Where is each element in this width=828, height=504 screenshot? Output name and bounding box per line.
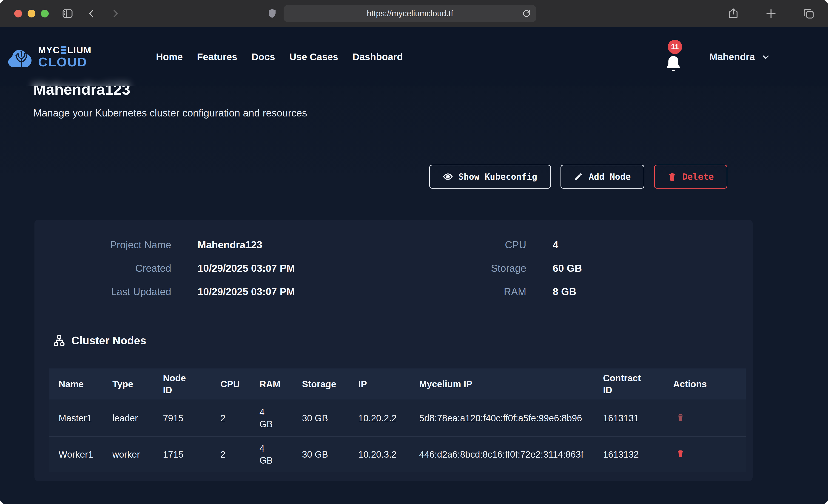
column-header-storage: Storage	[296, 369, 353, 400]
logo-e-bars-icon	[61, 46, 67, 54]
forward-icon[interactable]	[110, 8, 120, 19]
zoom-window-button[interactable]	[41, 10, 49, 17]
page-content: Mahendra123 Manage your Kubernetes clust…	[0, 27, 828, 504]
info-label: Created	[49, 262, 171, 274]
reload-icon[interactable]	[522, 9, 531, 18]
new-tab-icon[interactable]	[765, 8, 777, 19]
cell-actions	[668, 400, 746, 436]
browser-window: https://myceliumcloud.tf Mahendra123 Man…	[0, 0, 828, 504]
info-value: 10/29/2025 03:07 PM	[198, 262, 295, 274]
browser-chrome: https://myceliumcloud.tf	[0, 0, 828, 27]
notifications-button[interactable]: 11	[662, 40, 684, 74]
info-value: 10/29/2025 03:07 PM	[198, 286, 295, 297]
cluster-nodes-icon	[53, 334, 66, 347]
cluster-nodes-table: Name Type Node ID CPU RAM Storage IP Myc…	[49, 369, 746, 472]
project-info: Project Name Mahendra123 Created 10/29/2…	[49, 239, 746, 309]
cluster-actions: Show Kubeconfig Add Node Delete	[429, 165, 727, 188]
bell-icon	[664, 53, 683, 74]
cell-ip: 10.20.3.2	[353, 436, 414, 472]
table-header-row: Name Type Node ID CPU RAM Storage IP Myc…	[49, 369, 746, 400]
cell-ram: 4 GB	[254, 400, 296, 436]
logo-myc: MYC	[38, 45, 60, 55]
tab-overview-icon[interactable]	[803, 8, 815, 19]
nav-item-features[interactable]: Features	[197, 51, 237, 62]
column-header-contract-id: Contract ID	[597, 369, 668, 400]
delete-node-button[interactable]	[676, 449, 685, 458]
cell-actions	[668, 436, 746, 472]
cell-type: worker	[107, 436, 157, 472]
column-header-node-id: Node ID	[157, 369, 215, 400]
notification-badge: 11	[668, 40, 682, 54]
add-node-label: Add Node	[589, 172, 631, 182]
show-kubeconfig-label: Show Kubeconfig	[458, 172, 537, 182]
cluster-details-card: Project Name Mahendra123 Created 10/29/2…	[35, 220, 753, 481]
cell-node-id: 1715	[157, 436, 215, 472]
info-value: 60 GB	[553, 262, 582, 274]
table-row: Worker1 worker 1715 2 4 GB 30 GB 10.20.3…	[49, 436, 746, 472]
info-row: Created 10/29/2025 03:07 PM	[49, 262, 398, 274]
logo-lium: LIUM	[67, 45, 92, 55]
eye-icon	[443, 172, 453, 182]
user-menu[interactable]: Mahendra	[709, 51, 771, 62]
column-header-mycelium-ip: Mycelium IP	[414, 369, 597, 400]
cell-ram: 4 GB	[254, 436, 296, 472]
info-row: Project Name Mahendra123	[49, 239, 398, 251]
nav-item-home[interactable]: Home	[156, 51, 183, 62]
cell-cpu: 2	[215, 436, 254, 472]
nav-item-dashboard[interactable]: Dashboard	[353, 51, 403, 62]
pencil-icon	[574, 172, 583, 181]
cluster-nodes-title: Cluster Nodes	[72, 334, 146, 347]
column-header-type: Type	[107, 369, 157, 400]
delete-cluster-button[interactable]: Delete	[654, 165, 727, 188]
cell-name: Worker1	[49, 436, 107, 472]
info-value: 4	[553, 239, 558, 251]
site-viewport: Mahendra123 Manage your Kubernetes clust…	[0, 27, 828, 504]
trash-icon	[668, 172, 677, 181]
sidebar-toggle-icon[interactable]	[61, 8, 74, 19]
mycelium-cloud-logo[interactable]: MYC LIUM CLOUD	[8, 45, 92, 69]
cell-name: Master1	[49, 400, 107, 436]
trash-icon	[676, 449, 685, 458]
info-row: Last Updated 10/29/2025 03:07 PM	[49, 286, 398, 297]
info-label: Project Name	[49, 239, 171, 251]
privacy-shield-icon	[266, 8, 278, 19]
cell-contract-id: 1613131	[597, 400, 668, 436]
cell-contract-id: 1613132	[597, 436, 668, 472]
info-value: Mahendra123	[198, 239, 262, 251]
delete-label: Delete	[682, 172, 714, 182]
page-subtitle: Manage your Kubernetes cluster configura…	[33, 107, 307, 119]
delete-node-button[interactable]	[676, 413, 685, 422]
info-label: RAM	[398, 286, 526, 297]
share-icon[interactable]	[727, 8, 739, 19]
close-window-button[interactable]	[14, 10, 22, 17]
address-bar[interactable]: https://myceliumcloud.tf	[284, 5, 536, 22]
chevron-down-icon	[761, 52, 771, 62]
info-label: Storage	[398, 262, 526, 274]
blurred-title-ghost: Mahendra123	[33, 80, 130, 86]
user-name: Mahendra	[709, 51, 755, 62]
back-icon[interactable]	[86, 8, 97, 19]
trash-icon	[676, 413, 685, 421]
logo-cloud: CLOUD	[38, 55, 92, 69]
add-node-button[interactable]: Add Node	[561, 165, 645, 188]
info-row: Storage 60 GB	[398, 262, 746, 274]
table-row: Master1 leader 7915 2 4 GB 30 GB 10.20.2…	[49, 400, 746, 436]
traffic-lights	[14, 10, 49, 17]
column-header-ip: IP	[353, 369, 414, 400]
cell-storage: 30 GB	[296, 400, 353, 436]
show-kubeconfig-button[interactable]: Show Kubeconfig	[429, 165, 551, 188]
cluster-nodes-header: Cluster Nodes	[53, 334, 746, 347]
nav-links: Home Features Docs Use Cases Dashboard	[156, 51, 403, 62]
info-value: 8 GB	[553, 286, 576, 297]
cell-cpu: 2	[215, 400, 254, 436]
url-text: https://myceliumcloud.tf	[367, 9, 453, 18]
logo-text: MYC LIUM CLOUD	[38, 45, 92, 69]
cell-ip: 10.20.2.2	[353, 400, 414, 436]
nav-item-use-cases[interactable]: Use Cases	[289, 51, 338, 62]
cell-node-id: 7915	[157, 400, 215, 436]
info-label: CPU	[398, 239, 526, 251]
nav-item-docs[interactable]: Docs	[251, 51, 275, 62]
info-label: Last Updated	[49, 286, 171, 297]
cloud-logo-icon	[8, 46, 35, 68]
minimize-window-button[interactable]	[28, 10, 35, 17]
